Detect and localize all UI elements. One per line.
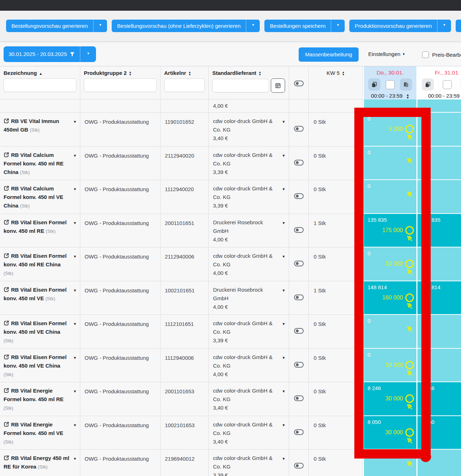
toggle-icon[interactable]	[294, 160, 304, 165]
product-link[interactable]: RB Vital Energie Formel konv. 450 ml VE	[4, 421, 63, 436]
supplier-dropdown-caret[interactable]: ▼	[282, 219, 285, 227]
sort-kw[interactable]: KW 5▲▼	[309, 66, 363, 76]
row-dropdown-caret[interactable]: ▼	[73, 354, 77, 362]
price-edit-checkbox[interactable]	[422, 51, 429, 58]
supplier-dropdown-caret[interactable]: ▼	[282, 421, 285, 430]
product-name[interactable]: RB Vital Energie Formel konv. 450 ml RE	[4, 388, 64, 402]
product-name[interactable]: RB Vital Calcium Formel konv. 450 ml VE …	[4, 185, 63, 209]
product-name[interactable]: RB Vital Eisen Formel konv. 450 ml VE Ch…	[4, 320, 67, 335]
dropdown-caret[interactable]: ▼	[80, 46, 96, 62]
product-link[interactable]: RB Vital Calcium Formel konv. 450 ml RE …	[4, 152, 64, 175]
toggle-icon[interactable]	[294, 463, 304, 469]
toggle-icon[interactable]	[294, 126, 304, 132]
supplier-dropdown-caret[interactable]: ▼	[282, 286, 285, 295]
day-cell-fr[interactable]: 0	[416, 180, 461, 214]
day-cell-fr[interactable]: 0	[416, 247, 461, 281]
day-cell-fr[interactable]: 0	[416, 113, 461, 147]
day-cell-do[interactable]: 0	[363, 147, 416, 180]
paste-day-button[interactable]	[400, 78, 412, 91]
supplier-dropdown-caret[interactable]: ▼	[282, 118, 285, 126]
supplier-dropdown-caret[interactable]: ▼	[282, 455, 285, 463]
day-checkbox[interactable]	[443, 80, 452, 89]
button-label[interactable]: Bestellungsvorschau (ohne Lieferzyklen) …	[112, 20, 246, 32]
product-name[interactable]: RB Vital Eisen Formel konv. 450 ml VE Ch…	[4, 354, 67, 369]
generate-order-preview-no-cycles-button[interactable]: Bestellungsvorschau (ohne Lieferzyklen) …	[112, 20, 260, 32]
supplier-dropdown-caret[interactable]: ▼	[282, 185, 285, 194]
product-link[interactable]: RB Vital Eisen Formel konv. 450 ml VE Ch…	[4, 320, 67, 335]
toggle-icon[interactable]	[294, 362, 304, 368]
filter-artikelnr-input[interactable]	[164, 78, 205, 92]
row-dropdown-caret[interactable]: ▼	[73, 286, 77, 295]
day-time-range[interactable]: 00:00 - 23:59 ▲▼	[364, 91, 416, 99]
supplier-dropdown-caret[interactable]: ▼	[282, 252, 285, 261]
save-orders-button[interactable]: Bestellungen speichern ▼	[264, 20, 345, 32]
row-dropdown-caret[interactable]: ▼	[73, 185, 77, 194]
row-dropdown-caret[interactable]: ▼	[73, 320, 77, 328]
product-name[interactable]: RB Vital Eisen Formel konv. 450 ml VE	[4, 287, 67, 301]
day-cell-do[interactable]: 0 5 000	[363, 113, 416, 147]
day-cell-do[interactable]: 0 10 000	[363, 349, 416, 383]
product-name[interactable]: RB Vital Energie Formel konv. 450 ml VE	[4, 421, 63, 436]
day-cell-do[interactable]: 0	[363, 180, 416, 214]
product-link[interactable]: RB Vital Eisen Formel konv. 450 ml RE Ch…	[4, 253, 67, 267]
supplier-dropdown-caret[interactable]: ▼	[282, 320, 285, 328]
product-name[interactable]: RB Vital Eisen Formel konv. 450 ml RE Ch…	[4, 253, 67, 267]
product-link[interactable]: RB Vital Eisen Formel konv. 450 ml RE	[4, 219, 67, 234]
generate-order-preview-button[interactable]: Bestellungsvorschau generieren ▼	[6, 20, 107, 32]
mass-edit-button[interactable]: Massenbearbeitung	[299, 47, 359, 62]
toggle-icon[interactable]	[294, 227, 304, 233]
supplier-dropdown-caret[interactable]: ▼	[282, 387, 285, 396]
sort-lieferant[interactable]: Standardlieferant▲▼	[209, 66, 289, 76]
day-cell-do[interactable]: 0 10 000	[363, 247, 416, 281]
day-cell-fr[interactable]	[416, 99, 461, 113]
product-link[interactable]: RB Vital Calcium Formel konv. 450 ml VE …	[4, 185, 63, 209]
product-link[interactable]: RB Vital Energy 450 ml RE für Korea	[4, 455, 69, 470]
supplier-dropdown-caret[interactable]: ▼	[282, 152, 285, 160]
row-dropdown-caret[interactable]: ▼	[73, 421, 77, 430]
day-cell-do[interactable]: 0	[363, 450, 416, 476]
day-cell-fr[interactable]: 148 814	[416, 281, 461, 315]
calendar-button[interactable]	[271, 78, 285, 93]
toggle-icon[interactable]	[294, 81, 304, 86]
sort-bezeichnung[interactable]: Bezeichnung▲	[0, 66, 80, 76]
day-cell-fr[interactable]: 135 835	[416, 214, 461, 248]
product-name[interactable]: RB Vital Calcium Formel konv. 450 ml RE …	[4, 152, 64, 175]
product-link[interactable]: RB Vital Energie Formel konv. 450 ml RE	[4, 388, 64, 402]
row-dropdown-caret[interactable]: ▼	[73, 252, 77, 261]
day-cell-do[interactable]	[363, 99, 416, 113]
toggle-icon[interactable]	[294, 328, 304, 334]
button-label[interactable]: Produktionsvorschau generieren	[349, 20, 437, 32]
day-cell-fr[interactable]: 8 246	[416, 382, 461, 416]
button-label[interactable]: P	[456, 20, 461, 32]
price-edit-toggle[interactable]: Preis-Bearbeitung	[422, 51, 461, 58]
dropdown-caret[interactable]: ▼	[331, 20, 345, 32]
settings-dropdown[interactable]: Einstellungen▼	[368, 51, 405, 57]
partial-clipped-button[interactable]: P	[456, 20, 461, 32]
dropdown-caret[interactable]: ▼	[93, 20, 107, 32]
day-cell-do[interactable]: 148 814 160 000	[363, 281, 416, 315]
row-dropdown-caret[interactable]: ▼	[73, 219, 77, 227]
button-label[interactable]: Bestellungsvorschau generieren	[6, 20, 93, 32]
day-time-range[interactable]: 00:00 - 23:59 ▲▼	[417, 91, 461, 99]
copy-day-button[interactable]	[422, 78, 434, 91]
supplier-dropdown-caret[interactable]: ▼	[282, 354, 285, 362]
day-cell-do[interactable]: 135 835 175 000	[363, 214, 416, 248]
product-link[interactable]: RB Vital Eisen Formel konv. 450 ml VE	[4, 287, 67, 301]
row-dropdown-caret[interactable]: ▼	[73, 455, 77, 463]
toggle-icon[interactable]	[294, 429, 304, 435]
filter-produktgruppe-input[interactable]	[84, 78, 157, 92]
sort-artikelnr[interactable]: Artikelnr▲▼	[161, 66, 208, 76]
row-dropdown-caret[interactable]: ▼	[73, 387, 77, 396]
row-dropdown-caret[interactable]: ▼	[73, 152, 77, 160]
toggle-icon[interactable]	[294, 395, 304, 401]
day-cell-fr[interactable]: 0	[416, 147, 461, 180]
day-cell-do[interactable]: 0	[363, 315, 416, 349]
product-name[interactable]: RB Vital Energy 450 ml RE für Korea	[4, 455, 69, 470]
row-dropdown-caret[interactable]: ▼	[73, 118, 77, 126]
day-cell-fr[interactable]: 0	[416, 349, 461, 383]
day-checkbox[interactable]	[386, 80, 395, 89]
copy-day-button[interactable]	[368, 78, 380, 91]
toggle-icon[interactable]	[294, 193, 304, 199]
sort-produktgruppe[interactable]: Produktgruppe 2▲▼	[80, 66, 160, 76]
dropdown-caret[interactable]: ▼	[246, 20, 260, 32]
